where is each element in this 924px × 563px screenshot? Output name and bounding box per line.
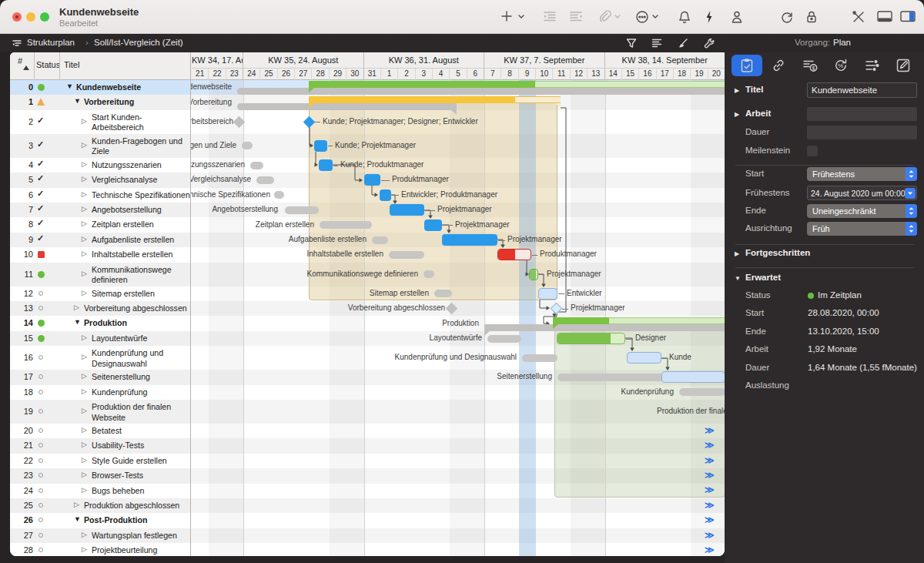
actual-bar[interactable] [424, 220, 442, 231]
table-row[interactable]: 25▷Produktion abgeschlossen [10, 498, 190, 513]
offscreen-bar-indicator[interactable]: ≫ [705, 470, 713, 481]
day-header-cell[interactable]: 16 [639, 69, 656, 80]
day-header-cell[interactable]: 21 [192, 69, 209, 80]
progress-bar[interactable] [497, 249, 531, 260]
stepper-icon[interactable] [906, 167, 917, 181]
table-row[interactable]: 8✓▷Zeitplan erstellen [10, 217, 190, 232]
planned-bar[interactable] [320, 221, 372, 229]
day-header-cell[interactable]: 25 [260, 69, 277, 80]
day-header-cell[interactable]: 15 [622, 69, 639, 80]
expand-triangle-icon[interactable]: ▷ [74, 501, 79, 508]
table-row[interactable]: 14▼Produktion [10, 316, 190, 330]
actual-bar[interactable] [390, 204, 424, 216]
day-header-cell[interactable]: 9 [519, 69, 536, 80]
column-header-title[interactable]: Titel [64, 60, 79, 69]
expand-triangle-icon[interactable]: ▷ [82, 545, 87, 553]
date-picker-button[interactable] [905, 188, 916, 199]
expand-triangle-icon[interactable]: ▷ [82, 220, 87, 227]
stepper-icon[interactable] [906, 222, 917, 236]
planned-bar[interactable] [424, 270, 434, 278]
outdent-icon[interactable] [568, 9, 584, 25]
planned-bar[interactable] [679, 388, 725, 396]
stepper-icon[interactable] [906, 204, 917, 218]
breadcrumb-view[interactable]: Strukturplan [27, 38, 75, 47]
table-row[interactable]: 1▼Vorbereitung [10, 95, 190, 109]
expand-triangle-icon[interactable]: ▶ [735, 111, 739, 118]
lock-icon[interactable] [805, 9, 821, 25]
offscreen-bar-indicator[interactable]: ≫ [705, 530, 713, 541]
day-header-cell[interactable]: 24 [243, 69, 260, 80]
column-header-status[interactable]: Status [36, 60, 60, 69]
dropdown-ausrichtung[interactable]: Früh [807, 222, 917, 236]
expand-triangle-icon[interactable]: ▷ [82, 387, 87, 395]
collapse-triangle-icon[interactable]: ▼ [74, 97, 81, 105]
expand-triangle-icon[interactable]: ▷ [82, 235, 87, 243]
day-header-cell[interactable]: 5 [450, 69, 467, 80]
chevron-down-icon[interactable] [651, 9, 667, 25]
expand-triangle-icon[interactable]: ▷ [82, 333, 87, 341]
planned-bar[interactable] [256, 176, 274, 184]
ellipsis-circle-icon[interactable] [634, 9, 650, 25]
bell-icon[interactable] [678, 9, 693, 25]
planned-bar[interactable] [522, 354, 557, 362]
day-header-cell[interactable]: 29 [330, 69, 346, 80]
actual-group-bar[interactable] [553, 317, 609, 324]
planned-bar[interactable] [372, 236, 388, 244]
actual-group-bar[interactable] [309, 96, 515, 103]
day-header-cell[interactable]: 3 [416, 69, 433, 80]
expand-triangle-icon[interactable]: ▶ [735, 250, 739, 257]
day-header-cell[interactable]: 31 [364, 69, 381, 80]
expand-triangle-icon[interactable]: ▷ [82, 141, 87, 149]
day-header-cell[interactable]: 11 [553, 69, 570, 80]
expand-triangle-icon[interactable]: ▷ [82, 407, 87, 414]
planned-bar[interactable] [250, 162, 263, 169]
expand-triangle-icon[interactable]: ▷ [82, 270, 87, 277]
day-header-cell[interactable]: 2 [398, 69, 415, 80]
tab-attributes[interactable] [863, 57, 880, 74]
day-header-cell[interactable]: 12 [571, 69, 588, 80]
day-header-cell[interactable]: 28 [312, 69, 329, 80]
actual-bar[interactable] [442, 234, 497, 246]
expand-triangle-icon[interactable]: ▶ [735, 87, 739, 94]
empty-field[interactable] [807, 126, 917, 139]
table-row[interactable]: 7✓▷Angebotserstellung [10, 203, 190, 217]
day-header-cell[interactable]: 8 [501, 69, 518, 80]
collapse-triangle-icon[interactable]: ▼ [735, 275, 741, 282]
day-header-cell[interactable]: 14 [605, 69, 622, 80]
offscreen-bar-indicator[interactable]: ≫ [705, 455, 713, 466]
actual-bar[interactable] [314, 140, 327, 152]
planned-bar[interactable] [274, 191, 284, 199]
actual-bar[interactable] [661, 371, 725, 383]
table-row[interactable]: 26▼Post-Produktion [10, 513, 190, 528]
breadcrumb-page[interactable]: Soll/Ist-Vergleich (Zeit) [94, 38, 183, 47]
titel-input[interactable]: Kundenwebseite [807, 82, 917, 98]
actual-bar[interactable] [319, 159, 333, 171]
indent-icon[interactable] [542, 9, 557, 25]
bolt-icon[interactable] [704, 9, 719, 25]
expand-triangle-icon[interactable]: ▷ [82, 190, 87, 198]
tab-clipboard[interactable] [738, 57, 755, 74]
expand-triangle-icon[interactable]: ▷ [82, 289, 87, 297]
planned-bar[interactable] [434, 290, 452, 297]
table-row[interactable]: 20▷Betatest [10, 424, 190, 438]
expand-triangle-icon[interactable]: ▷ [82, 531, 87, 538]
expand-triangle-icon[interactable]: ▷ [82, 117, 87, 125]
expand-triangle-icon[interactable]: ▷ [82, 160, 87, 168]
zoom-button[interactable] [40, 12, 49, 22]
planned-group-bar[interactable] [484, 324, 725, 331]
expand-triangle-icon[interactable]: ▷ [82, 372, 87, 380]
week-header-cell[interactable]: KW 34, 17. August [192, 52, 243, 69]
day-header-cell[interactable]: 30 [346, 69, 363, 80]
day-header-cell[interactable]: 6 [467, 69, 484, 80]
tab-notes[interactable] [895, 57, 912, 74]
actual-bar[interactable] [627, 352, 661, 364]
planned-bar[interactable] [487, 335, 521, 343]
date-field[interactable]: 24. August 2020 um 00:00 [807, 186, 917, 200]
day-header-cell[interactable]: 26 [278, 69, 295, 80]
table-row[interactable]: 28▷Projektbeurteilung [10, 543, 190, 556]
table-row[interactable]: 15▷Layoutentwürfe [10, 331, 190, 346]
planned-bar[interactable] [389, 251, 424, 259]
collapse-triangle-icon[interactable]: ▼ [66, 82, 73, 90]
day-header-cell[interactable]: 18 [674, 69, 691, 80]
table-row[interactable]: 10▷Inhaltstabelle erstellen [10, 247, 190, 262]
